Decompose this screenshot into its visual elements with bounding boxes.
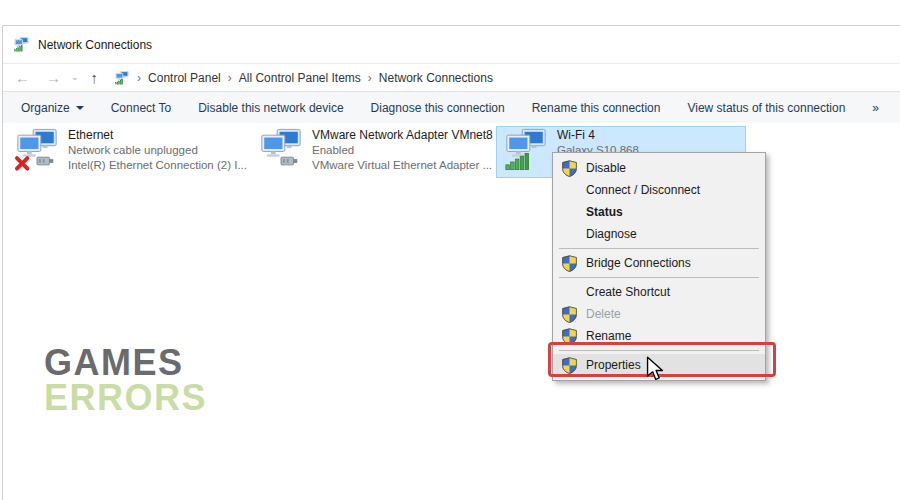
menu-separator bbox=[559, 277, 759, 278]
connection-name: Ethernet bbox=[68, 128, 247, 143]
connection-name: Wi-Fi 4 bbox=[557, 128, 639, 143]
mouse-cursor-icon bbox=[646, 356, 664, 382]
recent-locations-chevron-icon[interactable]: ⌄ bbox=[71, 73, 79, 82]
breadcrumb-all-control-panel-items[interactable]: All Control Panel Items bbox=[239, 71, 361, 85]
breadcrumb-chevron-icon: › bbox=[137, 71, 141, 85]
context-menu-item-connect-disconnect[interactable]: Connect / Disconnect bbox=[553, 179, 765, 201]
organize-button[interactable]: Organize bbox=[21, 101, 84, 115]
watermark-games: GAMES bbox=[44, 345, 207, 380]
address-bar: ← → ⌄ ↑ › Control Panel › All Control Pa… bbox=[3, 63, 900, 92]
context-menu-item-delete: Delete bbox=[553, 303, 765, 325]
menu-separator bbox=[559, 350, 759, 351]
connection-status: Enabled bbox=[312, 143, 493, 158]
window-title: Network Connections bbox=[38, 38, 152, 52]
connection-item-ethernet[interactable]: Ethernet Network cable unplugged Intel(R… bbox=[14, 127, 254, 178]
connect-to-button[interactable]: Connect To bbox=[111, 101, 172, 115]
back-icon[interactable]: ← bbox=[15, 70, 30, 85]
breadcrumb-chevron-icon: › bbox=[228, 71, 232, 85]
connection-device: VMware Virtual Ethernet Adapter ... bbox=[312, 158, 493, 173]
forward-icon[interactable]: → bbox=[46, 70, 61, 85]
chevron-down-icon bbox=[76, 106, 84, 110]
breadcrumb-control-panel[interactable]: Control Panel bbox=[148, 71, 221, 85]
watermark-errors: ERRORS bbox=[44, 380, 207, 415]
context-menu-item-status[interactable]: Status bbox=[553, 201, 765, 223]
watermark-logo: GAMES ERRORS bbox=[44, 345, 207, 416]
uac-shield-icon bbox=[561, 306, 578, 323]
uac-shield-icon bbox=[561, 328, 578, 345]
diagnose-connection-button[interactable]: Diagnose this connection bbox=[371, 101, 505, 115]
breadcrumb: › Control Panel › All Control Panel Item… bbox=[114, 71, 493, 85]
context-menu-item-bridge-connections[interactable]: Bridge Connections bbox=[553, 252, 765, 274]
connection-device: Intel(R) Ethernet Connection (2) I... bbox=[68, 158, 247, 173]
uac-shield-icon bbox=[561, 255, 578, 272]
context-menu-item-diagnose[interactable]: Diagnose bbox=[553, 223, 765, 245]
connection-status: Network cable unplugged bbox=[68, 143, 247, 158]
up-icon[interactable]: ↑ bbox=[91, 70, 99, 85]
context-menu-item-rename[interactable]: Rename bbox=[553, 325, 765, 347]
breadcrumb-network-connections[interactable]: Network Connections bbox=[379, 71, 493, 85]
wifi-signal-icon bbox=[503, 128, 549, 172]
breadcrumb-location-icon bbox=[114, 71, 130, 85]
command-bar: Organize Connect To Disable this network… bbox=[3, 92, 900, 123]
network-connections-icon bbox=[13, 37, 30, 52]
context-menu-item-disable[interactable]: Disable bbox=[553, 157, 765, 179]
title-bar: Network Connections bbox=[3, 26, 900, 63]
breadcrumb-chevron-icon: › bbox=[368, 71, 372, 85]
ethernet-unplugged-icon bbox=[14, 128, 60, 172]
toolbar-overflow-chevron-icon[interactable]: » bbox=[872, 101, 879, 115]
menu-separator bbox=[559, 248, 759, 249]
uac-shield-icon bbox=[561, 357, 578, 374]
view-status-button[interactable]: View status of this connection bbox=[687, 101, 845, 115]
disable-network-device-button[interactable]: Disable this network device bbox=[198, 101, 343, 115]
context-menu: Disable Connect / Disconnect Status Diag… bbox=[552, 152, 766, 381]
connection-item-vmware[interactable]: VMware Network Adapter VMnet8 Enabled VM… bbox=[258, 127, 494, 178]
rename-connection-button[interactable]: Rename this connection bbox=[532, 101, 661, 115]
uac-shield-icon bbox=[561, 160, 578, 177]
network-adapter-icon bbox=[258, 128, 304, 172]
connection-name: VMware Network Adapter VMnet8 bbox=[312, 128, 493, 143]
context-menu-item-create-shortcut[interactable]: Create Shortcut bbox=[553, 281, 765, 303]
